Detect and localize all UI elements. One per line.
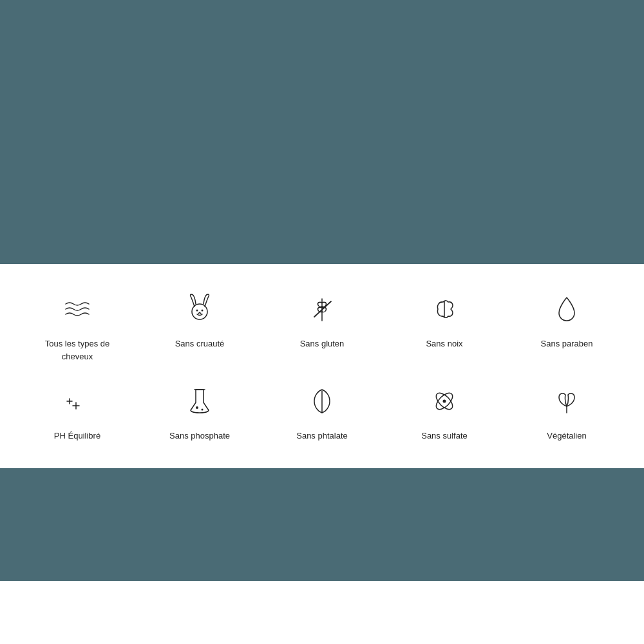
icon-item-drop: Sans paraben: [506, 290, 628, 363]
svg-point-12: [202, 409, 204, 411]
icon-item-ph: PH Équilibré: [16, 382, 138, 442]
bottom-band: [0, 468, 644, 581]
sulfate-icon: [425, 382, 464, 421]
icon-item-wheat: Sans gluten: [261, 290, 383, 363]
drop-label: Sans paraben: [541, 337, 593, 350]
svg-point-0: [192, 304, 207, 319]
middle-section: Tous les types decheveux: [0, 264, 644, 468]
sulfate-label: Sans sulfate: [421, 430, 468, 442]
svg-point-1: [196, 310, 198, 312]
rabbit-label: Sans cruauté: [175, 337, 225, 350]
waves-icon: [58, 290, 97, 328]
svg-point-16: [443, 400, 446, 403]
vegan-label: Végétalien: [547, 430, 586, 442]
ph-label: PH Équilibré: [54, 430, 100, 442]
leaf-icon: [303, 382, 341, 421]
icon-item-flask: Sans phosphate: [138, 382, 261, 442]
flask-label: Sans phosphate: [169, 430, 230, 442]
ph-icon: [58, 382, 97, 421]
wheat-label: Sans gluten: [300, 337, 345, 350]
icons-row-1: Tous les types decheveux: [13, 290, 631, 363]
svg-point-2: [202, 310, 204, 312]
icon-item-leaf: Sans phtalate: [261, 382, 383, 442]
flask-icon: [180, 382, 219, 421]
rabbit-icon: [180, 290, 219, 328]
drop-icon: [547, 290, 586, 328]
nut-label: Sans noix: [426, 337, 462, 350]
svg-line-4: [314, 301, 331, 317]
waves-label: Tous les types decheveux: [45, 337, 109, 363]
svg-point-11: [196, 406, 198, 409]
nut-icon: [425, 290, 464, 328]
icons-row-2: PH Équilibré Sans phosphate: [13, 382, 631, 442]
icon-item-rabbit: Sans cruauté: [138, 290, 261, 363]
icons-grid: Tous les types decheveux: [13, 290, 631, 442]
wheat-icon: [303, 290, 341, 328]
vegan-icon: [547, 382, 586, 421]
icon-item-nut: Sans noix: [383, 290, 506, 363]
icon-item-sulfate: Sans sulfate: [383, 382, 506, 442]
top-band: [0, 0, 644, 264]
icon-item-waves: Tous les types decheveux: [16, 290, 138, 363]
leaf-label: Sans phtalate: [296, 430, 348, 442]
icon-item-vegan: Végétalien: [506, 382, 628, 442]
